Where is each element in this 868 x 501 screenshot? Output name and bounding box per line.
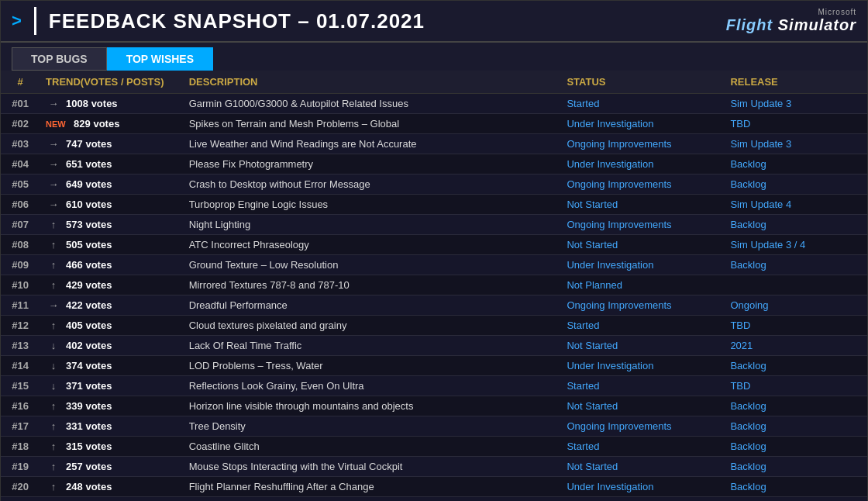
cell-trend-votes: 569 votes [40, 497, 183, 502]
cell-description: Turboprop Engine Logic Issues [183, 195, 561, 215]
table-row: #03→747 votesLive Weather and Wind Readi… [1, 134, 867, 154]
cell-trend-votes: ↑248 votes [40, 477, 183, 497]
trend-arrow-icon: ↓ [46, 360, 61, 371]
trend-arrow-icon: ↑ [46, 239, 61, 250]
votes-count: 422 votes [66, 299, 112, 311]
cell-release: Backlog [724, 356, 867, 376]
cell-trend-votes: →610 votes [40, 195, 183, 215]
cell-trend-votes: ↑339 votes [40, 396, 183, 416]
cell-status: Under Investigation [560, 255, 724, 275]
cell-release: TBD [724, 376, 867, 396]
trend-arrow-icon: ↑ [46, 259, 61, 271]
cell-num: #12 [1, 316, 40, 336]
cell-num: #17 [1, 416, 40, 437]
trend-arrow-icon: ↑ [46, 400, 61, 412]
cell-release: Sim Update 4 [724, 195, 867, 215]
table-row: #19↑257 votesMouse Stops Interacting wit… [1, 457, 867, 477]
trend-arrow-icon: → [46, 199, 61, 210]
cell-trend-votes: ↑429 votes [40, 275, 183, 295]
cell-num: #18 [1, 437, 40, 457]
header-divider [34, 7, 36, 35]
cell-description: Live Weather and Wind Readings are Not A… [183, 134, 561, 154]
cell-trend-votes: NEW829 votes [40, 114, 183, 134]
votes-count: 371 votes [66, 380, 112, 392]
votes-count: 429 votes [66, 279, 112, 291]
cell-num: #06 [1, 195, 40, 215]
trend-arrow-icon: ↑ [46, 279, 61, 291]
feedback-table: # TREND(VOTES / POSTS) DESCRIPTION STATU… [1, 71, 867, 501]
cell-description: Please Fix Photogrammetry [183, 154, 561, 174]
col-status: STATUS [560, 71, 724, 94]
cell-description: Cloud textures pixelated and grainy [183, 316, 561, 336]
cell-num: #10 [1, 275, 40, 295]
cell-status: Not Started [560, 235, 724, 255]
cell-status: Started [560, 94, 724, 114]
cell-release: Ongoing [724, 295, 867, 316]
cell-release: Backlog [724, 477, 867, 497]
table-row: #02NEW829 votesSpikes on Terrain and Mes… [1, 114, 867, 134]
cell-description: Coastline Glitch [183, 437, 561, 457]
trend-arrow-icon: ↓ [46, 340, 61, 351]
cell-description: Flight Planner Reshuffling After a Chang… [183, 477, 561, 497]
table-row: #07↑573 votesNight LightingOngoing Impro… [1, 215, 867, 235]
cell-description: Garmin G1000/G3000 & Autopilot Related I… [183, 94, 561, 114]
cell-status: Ongoing Improvements [560, 295, 724, 316]
trend-arrow-icon: → [46, 138, 61, 150]
table-row: #14↓374 votesLOD Problems – Tress, Water… [1, 356, 867, 376]
page-title: FEEDBACK SNAPSHOT – 01.07.2021 [49, 9, 425, 33]
cell-status: Not Started [560, 336, 724, 356]
cell-status: Ongoing Improvements [560, 416, 724, 437]
table-row: 569 votesCessna Citation Longitude Perfo… [1, 497, 867, 502]
table-row: #05→649 votesCrash to Desktop without Er… [1, 174, 867, 195]
cell-trend-votes: →651 votes [40, 154, 183, 174]
cell-description: Night Lighting [183, 215, 561, 235]
cell-status: Not Started [560, 457, 724, 477]
cell-release: TBD [724, 114, 867, 134]
table-row: #13↓402 votesLack Of Real Time TrafficNo… [1, 336, 867, 356]
cell-status: Ongoing Improvements [560, 134, 724, 154]
table-row: #15↓371 votesReflections Look Grainy, Ev… [1, 376, 867, 396]
header-arrow-icon: > [12, 11, 22, 31]
logo-microsoft: Microsoft [818, 8, 856, 16]
cell-release: 2021 [724, 336, 867, 356]
cell-status: Ongoing Improvements [560, 174, 724, 195]
cell-num: #02 [1, 114, 40, 134]
logo-area: Microsoft Flight Simulator [726, 8, 856, 34]
cell-num: #04 [1, 154, 40, 174]
main-container: > FEEDBACK SNAPSHOT – 01.07.2021 Microso… [0, 0, 868, 501]
cell-release: Backlog [724, 396, 867, 416]
cell-description: ATC Incorrect Phraseology [183, 235, 561, 255]
tabs-bar: TOP BUGS TOP WISHES [1, 43, 867, 71]
votes-count: 257 votes [66, 461, 112, 472]
votes-count: 466 votes [66, 259, 112, 271]
cell-description: Horizon line visible through mountains a… [183, 396, 561, 416]
cell-description: Dreadful Performance [183, 295, 561, 316]
cell-release: Sim Update 3 / 4 [724, 235, 867, 255]
cell-status: Under Investigation [560, 114, 724, 134]
col-release: RELEASE [724, 71, 867, 94]
cell-trend-votes: →649 votes [40, 174, 183, 195]
logo-fs: Flight Simulator [726, 16, 856, 34]
votes-count: 610 votes [66, 199, 112, 210]
cell-num: #08 [1, 235, 40, 255]
cell-num: #16 [1, 396, 40, 416]
table-row: #04→651 votesPlease Fix PhotogrammetryUn… [1, 154, 867, 174]
votes-count: 248 votes [66, 481, 112, 492]
trend-arrow-icon: → [46, 178, 61, 190]
cell-trend-votes: →747 votes [40, 134, 183, 154]
cell-trend-votes: ↑573 votes [40, 215, 183, 235]
table-row: #16↑339 votesHorizon line visible throug… [1, 396, 867, 416]
table-row: #08↑505 votesATC Incorrect PhraseologyNo… [1, 235, 867, 255]
votes-count: 315 votes [66, 441, 112, 452]
trend-arrow-icon: ↑ [46, 481, 61, 492]
cell-status: Under Investigation [560, 154, 724, 174]
cell-release: TBD [724, 316, 867, 336]
tab-top-bugs[interactable]: TOP BUGS [12, 47, 107, 71]
cell-release: Backlog [724, 174, 867, 195]
trend-arrow-icon: → [46, 98, 61, 109]
cell-status: Not Started [560, 396, 724, 416]
votes-count: 331 votes [66, 420, 112, 432]
cell-trend-votes: ↓374 votes [40, 356, 183, 376]
cell-num: #19 [1, 457, 40, 477]
tab-top-wishes[interactable]: TOP WISHES [107, 47, 213, 71]
